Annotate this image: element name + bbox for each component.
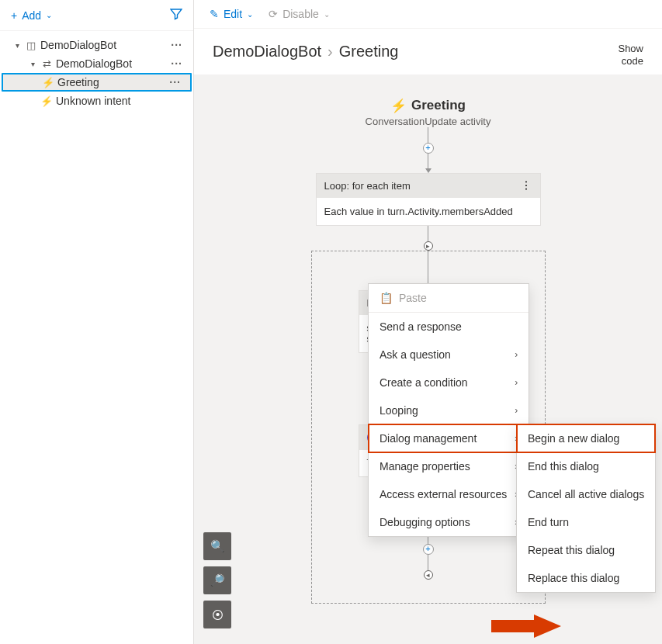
trigger-subtitle: ConversationUpdate activity: [366, 116, 491, 127]
filter-icon: [170, 10, 182, 23]
plus-icon: +: [11, 9, 17, 22]
loop-body: Each value in turn.Activity.membersAdded: [317, 198, 540, 225]
chevron-right-icon: ›: [515, 377, 518, 388]
menu-ask-question[interactable]: Ask a question ›: [369, 341, 529, 369]
canvas[interactable]: ⚡ Greeting ConversationUpdate activity +…: [194, 74, 662, 645]
context-menu: 📋 Paste Send a response Ask a question ›…: [368, 283, 529, 537]
submenu-begin-dialog[interactable]: Begin a new dialog: [517, 424, 655, 452]
card-more-button[interactable]: ···: [521, 180, 532, 191]
add-button[interactable]: + Add ⌄: [11, 9, 52, 22]
chevron-down-icon: ⌄: [247, 10, 253, 19]
zoom-in-button[interactable]: 🔍: [203, 532, 231, 560]
menu-looping[interactable]: Looping ›: [369, 396, 529, 424]
breadcrumb-leaf: Greeting: [339, 43, 399, 61]
edit-label: Edit: [224, 8, 242, 20]
submenu-end-turn[interactable]: End turn: [517, 508, 655, 536]
lightning-icon: ⚡: [390, 98, 407, 114]
sidebar-toolbar: + Add ⌄: [0, 0, 193, 31]
menu-debugging[interactable]: Debugging options ›: [369, 508, 529, 536]
tree-trigger-unknown[interactable]: ⚡ Unknown intent: [0, 92, 193, 110]
menu-dialog-management[interactable]: Dialog management ›: [369, 424, 529, 452]
loop-title: Loop: for each item: [324, 180, 411, 192]
submenu-repeat-dialog[interactable]: Repeat this dialog: [517, 536, 655, 564]
tree-root-label: DemoDialogBot: [40, 39, 116, 51]
arrow-annotation: [491, 615, 561, 638]
tree-root[interactable]: ▾ ◫ DemoDialogBot ···: [0, 36, 193, 54]
cube-icon: ◫: [25, 40, 37, 51]
submenu-replace-dialog[interactable]: Replace this dialog: [517, 564, 655, 592]
menu-send-response[interactable]: Send a response: [369, 313, 529, 341]
header: DemoDialogBot › Greeting Show code: [194, 29, 662, 74]
chevron-down-icon: ▾: [28, 60, 37, 68]
lightning-icon: ⚡: [40, 95, 53, 107]
tree-dialog[interactable]: ▾ ⇄ DemoDialogBot ···: [0, 54, 193, 73]
tree-trigger-greeting[interactable]: ⚡ Greeting ···: [2, 73, 192, 92]
trigger-node[interactable]: ⚡ Greeting ConversationUpdate activity: [366, 98, 491, 127]
disable-button: ⟳ Disable ⌄: [269, 8, 330, 20]
tree-dialog-label: DemoDialogBot: [56, 57, 132, 70]
chevron-down-icon: ⌄: [46, 11, 52, 19]
tree-trigger-label: Greeting: [57, 76, 99, 88]
main: ✎ Edit ⌄ ⟳ Disable ⌄ DemoDialogBot › Gre…: [194, 0, 662, 644]
breadcrumb-root[interactable]: DemoDialogBot: [213, 43, 321, 61]
node-connector[interactable]: ◂: [424, 570, 433, 580]
chevron-down-icon: ▾: [12, 41, 22, 50]
node-connector[interactable]: ▸: [424, 241, 433, 251]
filter-button[interactable]: [170, 8, 182, 23]
chevron-right-icon: ›: [515, 349, 518, 360]
submenu-cancel-all[interactable]: Cancel all active dialogs: [517, 480, 655, 508]
more-button[interactable]: ···: [165, 76, 185, 88]
menu-paste: 📋 Paste: [369, 284, 529, 312]
sidebar: + Add ⌄ ▾ ◫ DemoDialogBot ··· ▾ ⇄ DemoDi…: [0, 0, 194, 644]
flow-icon: ⇄: [40, 58, 53, 70]
menu-access-external[interactable]: Access external resources ›: [369, 480, 529, 508]
menu-paste-label: Paste: [399, 292, 427, 304]
submenu-end-dialog[interactable]: End this dialog: [517, 452, 655, 480]
paste-icon: 📋: [380, 292, 393, 304]
chevron-down-icon: ⌄: [324, 10, 330, 19]
zoom-out-button[interactable]: 🔎: [203, 566, 231, 594]
svg-marker-0: [491, 615, 561, 638]
more-button[interactable]: ···: [166, 57, 187, 70]
show-code-line1: Show: [618, 43, 643, 55]
lightning-icon: ⚡: [42, 77, 54, 88]
edit-button[interactable]: ✎ Edit ⌄: [210, 8, 253, 20]
recenter-button[interactable]: ⦿: [203, 601, 231, 628]
add-node-button[interactable]: +: [423, 143, 434, 154]
main-toolbar: ✎ Edit ⌄ ⟳ Disable ⌄: [194, 0, 662, 29]
pencil-icon: ✎: [210, 8, 219, 20]
more-button[interactable]: ···: [166, 39, 187, 51]
add-node-button[interactable]: +: [423, 544, 434, 555]
chevron-right-icon: ›: [515, 405, 518, 416]
breadcrumb-separator: ›: [328, 43, 333, 61]
menu-create-condition[interactable]: Create a condition ›: [369, 369, 529, 396]
disable-label: Disable: [282, 8, 319, 20]
breadcrumb: DemoDialogBot › Greeting: [213, 43, 398, 61]
submenu-dialog-management: Begin a new dialog End this dialog Cance…: [516, 424, 656, 593]
show-code-button[interactable]: Show code: [618, 43, 643, 68]
refresh-icon: ⟳: [269, 8, 278, 20]
show-code-line2: code: [618, 55, 643, 68]
add-label: Add: [22, 9, 41, 22]
trigger-title: Greeting: [411, 98, 466, 113]
tree: ▾ ◫ DemoDialogBot ··· ▾ ⇄ DemoDialogBot …: [0, 31, 193, 115]
zoom-controls: 🔍 🔎 ⦿: [203, 532, 231, 628]
menu-manage-properties[interactable]: Manage properties ›: [369, 452, 529, 480]
loop-card[interactable]: Loop: for each item ··· Each value in tu…: [316, 173, 541, 226]
tree-trigger-label: Unknown intent: [56, 95, 131, 107]
